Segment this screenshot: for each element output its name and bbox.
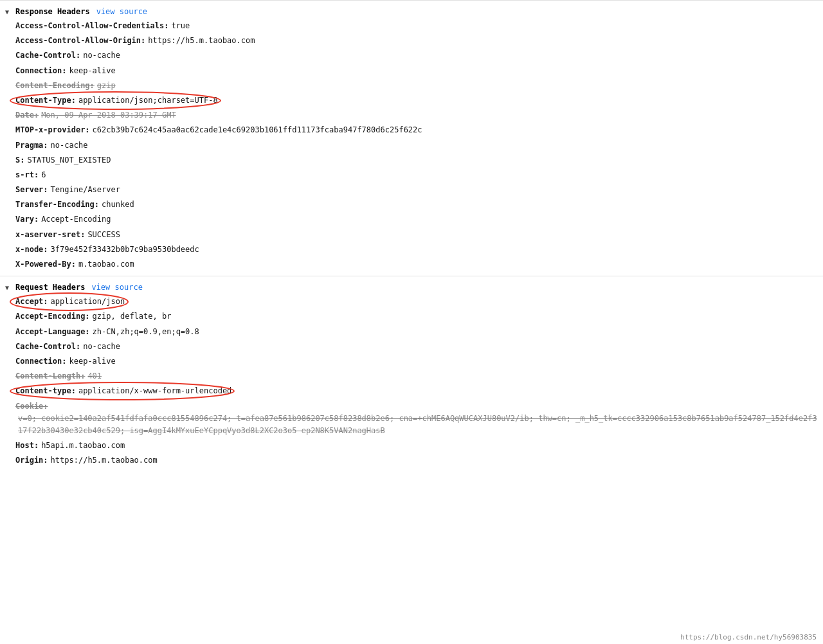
response-header-row: Server: Tengine/Aserver xyxy=(0,183,823,197)
request-headers-content: Accept: application/jsonAccept-Encoding:… xyxy=(0,294,823,468)
header-name: Content-Length: xyxy=(15,370,85,382)
header-name: Connection: xyxy=(15,355,66,368)
response-header-row: Content-Encoding: gzip xyxy=(0,78,823,93)
response-header-row: x-node: 3f79e452f33432b0b7c9ba9530bdeedc xyxy=(0,242,823,257)
header-name: Access-Control-Allow-Origin: xyxy=(15,35,145,47)
request-header-row: Accept: application/json xyxy=(0,294,823,309)
header-name: Content-type: xyxy=(15,385,76,397)
bottom-attribution-link[interactable]: https://blog.csdn.net/hy56903835 xyxy=(680,633,817,641)
response-headers-header: ▼ Response Headers view source xyxy=(0,4,823,19)
header-value: SUCCESS xyxy=(87,229,120,241)
header-value: c62cb39b7c624c45aa0ac62cade1e4c69203b106… xyxy=(93,124,422,136)
header-value: v=0; cookie2=140a2af541fdfafa0ccc8155489… xyxy=(18,413,818,437)
header-name: Pragma: xyxy=(15,139,48,152)
header-name: Accept-Language: xyxy=(15,326,90,338)
header-name: Transfer-Encoding: xyxy=(15,199,99,211)
header-name: Accept: xyxy=(15,296,48,308)
header-value: keep-alive xyxy=(69,355,115,368)
header-name: s-rt: xyxy=(15,169,39,181)
header-name: Cache-Control: xyxy=(15,49,80,62)
response-header-row: s-rt: 6 xyxy=(0,168,823,183)
request-header-row: Content-Length: 401 xyxy=(0,369,823,384)
header-value: no-cache xyxy=(83,341,120,353)
header-value: https://h5.m.taobao.com xyxy=(51,454,158,467)
header-name: Connection: xyxy=(15,65,66,77)
header-value: no-cache xyxy=(83,49,120,62)
header-name: Cache-Control: xyxy=(15,341,80,353)
header-name: Access-Control-Allow-Credentials: xyxy=(15,20,168,32)
header-name: x-node: xyxy=(15,244,48,256)
request-header-row: Host: h5api.m.taobao.com xyxy=(0,438,823,453)
header-value: keep-alive xyxy=(69,65,115,77)
header-value: Mon, 09 Apr 2018 03:39:17 GMT xyxy=(41,109,176,121)
header-value: gzip, deflate, br xyxy=(93,310,172,323)
header-value: m.taobao.com xyxy=(78,258,134,271)
request-header-row: Connection: keep-alive xyxy=(0,354,823,369)
response-header-row: X-Powered-By: m.taobao.com xyxy=(0,257,823,272)
response-header-row: Cache-Control: no-cache xyxy=(0,48,823,63)
header-value: no-cache xyxy=(51,139,88,152)
response-header-row: MTOP-x-provider: c62cb39b7c624c45aa0ac62… xyxy=(0,123,823,138)
response-headers-toggle[interactable]: ▼ xyxy=(5,8,9,15)
response-header-row: x-aserver-sret: SUCCESS xyxy=(0,228,823,242)
response-header-row: Vary: Accept-Encoding xyxy=(0,212,823,227)
request-header-row: Cookie: v=0; cookie2=140a2af541fdfafa0cc… xyxy=(0,399,823,439)
header-value: chunked xyxy=(102,199,134,211)
response-header-row: Connection: keep-alive xyxy=(0,64,823,78)
response-header-row: Date: Mon, 09 Apr 2018 03:39:17 GMT xyxy=(0,108,823,123)
header-value: zh-CN,zh;q=0.9,en;q=0.8 xyxy=(93,326,199,338)
request-headers-title: Request Headers xyxy=(15,283,85,292)
request-header-row: Accept-Encoding: gzip, deflate, br xyxy=(0,309,823,324)
request-header-row: Content-type: application/x-www-form-url… xyxy=(0,384,823,398)
request-header-row: Cache-Control: no-cache xyxy=(0,339,823,354)
response-headers-content: Access-Control-Allow-Credentials: trueAc… xyxy=(0,19,823,272)
header-name: Vary: xyxy=(15,213,39,226)
header-name: Origin: xyxy=(15,454,48,467)
header-value: https://h5.m.taobao.com xyxy=(148,35,255,47)
header-value: STATUS_NOT_EXISTED xyxy=(27,154,111,166)
header-value: Tengine/Aserver xyxy=(51,184,120,196)
response-header-row: Transfer-Encoding: chunked xyxy=(0,197,823,212)
request-headers-toggle[interactable]: ▼ xyxy=(5,284,9,291)
header-name: MTOP-x-provider: xyxy=(15,124,90,136)
header-name: Content-Encoding: xyxy=(15,80,95,92)
header-name: S: xyxy=(15,154,24,166)
header-value: gzip xyxy=(97,80,116,92)
header-name: Server: xyxy=(15,184,48,196)
header-value: application/json xyxy=(51,296,125,308)
header-value: 401 xyxy=(87,370,102,382)
header-name: Cookie: xyxy=(15,400,48,413)
header-name: Date: xyxy=(15,109,39,121)
response-header-row: Access-Control-Allow-Credentials: true xyxy=(0,19,823,33)
response-headers-title: Response Headers xyxy=(15,7,90,16)
header-value: 6 xyxy=(41,169,46,181)
header-value: application/json;charset=UTF-8 xyxy=(78,94,218,107)
response-header-row: Access-Control-Allow-Origin: https://h5.… xyxy=(0,33,823,48)
response-headers-view-source[interactable]: view source xyxy=(96,7,147,16)
response-header-row: Content-Type: application/json;charset=U… xyxy=(0,93,823,108)
header-value: Accept-Encoding xyxy=(41,213,111,226)
header-name: x-aserver-sret: xyxy=(15,229,85,241)
response-headers-section: ▼ Response Headers view source Access-Co… xyxy=(0,0,823,276)
header-name: Host: xyxy=(15,440,39,452)
request-headers-header: ▼ Request Headers view source xyxy=(0,280,823,294)
request-header-row: Accept-Language: zh-CN,zh;q=0.9,en;q=0.8 xyxy=(0,325,823,339)
request-header-row: Origin: https://h5.m.taobao.com xyxy=(0,453,823,468)
header-value: 3f79e452f33432b0b7c9ba9530bdeedc xyxy=(51,244,199,256)
header-name: X-Powered-By: xyxy=(15,258,76,271)
request-headers-section: ▼ Request Headers view source Accept: ap… xyxy=(0,276,823,472)
header-value: h5api.m.taobao.com xyxy=(41,440,125,452)
request-headers-view-source[interactable]: view source xyxy=(91,283,142,292)
header-name: Content-Type: xyxy=(15,94,76,107)
header-value: application/x-www-form-urlencoded xyxy=(78,385,231,397)
header-name: Accept-Encoding: xyxy=(15,310,90,323)
header-value: true xyxy=(171,20,190,32)
response-header-row: Pragma: no-cache xyxy=(0,138,823,153)
response-header-row: S: STATUS_NOT_EXISTED xyxy=(0,153,823,168)
